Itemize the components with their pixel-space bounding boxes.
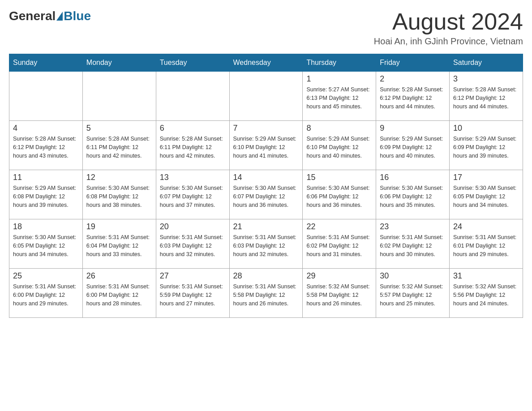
day-number: 21 xyxy=(233,222,299,231)
calendar-cell: 23Sunrise: 5:31 AM Sunset: 6:02 PM Dayli… xyxy=(376,219,450,269)
day-info: Sunrise: 5:31 AM Sunset: 6:03 PM Dayligh… xyxy=(233,233,299,258)
day-number: 19 xyxy=(86,222,152,231)
logo-triangle-icon xyxy=(56,12,63,21)
day-number: 23 xyxy=(380,222,446,231)
day-number: 10 xyxy=(453,124,519,133)
day-number: 3 xyxy=(453,74,519,84)
calendar-cell: 17Sunrise: 5:30 AM Sunset: 6:05 PM Dayli… xyxy=(450,170,523,219)
day-number: 2 xyxy=(380,74,446,84)
col-saturday: Saturday xyxy=(450,54,523,72)
logo: General Blue xyxy=(9,9,91,23)
day-number: 4 xyxy=(13,124,79,133)
col-friday: Friday xyxy=(376,54,450,72)
col-monday: Monday xyxy=(82,54,156,72)
day-info: Sunrise: 5:28 AM Sunset: 6:12 PM Dayligh… xyxy=(380,86,446,111)
calendar-cell: 8Sunrise: 5:29 AM Sunset: 6:10 PM Daylig… xyxy=(303,121,376,170)
calendar-week-row: 1Sunrise: 5:27 AM Sunset: 6:13 PM Daylig… xyxy=(9,72,523,121)
day-number: 29 xyxy=(306,271,372,281)
day-number: 28 xyxy=(233,271,299,281)
calendar-cell: 15Sunrise: 5:30 AM Sunset: 6:06 PM Dayli… xyxy=(303,170,376,219)
day-info: Sunrise: 5:29 AM Sunset: 6:09 PM Dayligh… xyxy=(453,135,519,160)
calendar-cell: 9Sunrise: 5:29 AM Sunset: 6:09 PM Daylig… xyxy=(376,121,450,170)
day-number: 8 xyxy=(306,124,372,133)
calendar-cell: 26Sunrise: 5:31 AM Sunset: 6:00 PM Dayli… xyxy=(82,269,156,318)
calendar-cell: 12Sunrise: 5:30 AM Sunset: 6:08 PM Dayli… xyxy=(82,170,156,219)
logo-general-text: General xyxy=(9,9,56,23)
calendar-table: Sunday Monday Tuesday Wednesday Thursday… xyxy=(9,54,523,318)
calendar-cell: 28Sunrise: 5:31 AM Sunset: 5:58 PM Dayli… xyxy=(229,269,303,318)
day-info: Sunrise: 5:30 AM Sunset: 6:08 PM Dayligh… xyxy=(86,184,152,209)
day-info: Sunrise: 5:31 AM Sunset: 6:01 PM Dayligh… xyxy=(453,233,519,258)
day-info: Sunrise: 5:31 AM Sunset: 6:00 PM Dayligh… xyxy=(13,283,79,308)
day-info: Sunrise: 5:28 AM Sunset: 6:11 PM Dayligh… xyxy=(160,135,226,160)
day-info: Sunrise: 5:32 AM Sunset: 5:57 PM Dayligh… xyxy=(380,283,446,308)
calendar-cell: 19Sunrise: 5:31 AM Sunset: 6:04 PM Dayli… xyxy=(82,219,156,269)
logo-blue-text: Blue xyxy=(64,9,91,23)
calendar-cell xyxy=(9,72,83,121)
day-info: Sunrise: 5:29 AM Sunset: 6:08 PM Dayligh… xyxy=(13,184,79,209)
day-number: 27 xyxy=(160,271,226,281)
day-info: Sunrise: 5:31 AM Sunset: 6:04 PM Dayligh… xyxy=(86,233,152,258)
day-number: 22 xyxy=(306,222,372,231)
calendar-cell: 21Sunrise: 5:31 AM Sunset: 6:03 PM Dayli… xyxy=(229,219,303,269)
page-header: General Blue August 2024 Hoai An, inh GJ… xyxy=(9,9,523,47)
calendar-cell: 3Sunrise: 5:28 AM Sunset: 6:12 PM Daylig… xyxy=(450,72,523,121)
calendar-cell: 18Sunrise: 5:30 AM Sunset: 6:05 PM Dayli… xyxy=(9,219,83,269)
day-number: 20 xyxy=(160,222,226,231)
day-info: Sunrise: 5:30 AM Sunset: 6:07 PM Dayligh… xyxy=(233,184,299,209)
calendar-cell: 24Sunrise: 5:31 AM Sunset: 6:01 PM Dayli… xyxy=(450,219,523,269)
col-wednesday: Wednesday xyxy=(229,54,303,72)
day-info: Sunrise: 5:30 AM Sunset: 6:06 PM Dayligh… xyxy=(380,184,446,209)
calendar-cell xyxy=(229,72,303,121)
day-number: 18 xyxy=(13,222,79,231)
day-info: Sunrise: 5:28 AM Sunset: 6:12 PM Dayligh… xyxy=(453,86,519,111)
day-number: 15 xyxy=(306,173,372,182)
day-number: 1 xyxy=(306,74,372,84)
day-info: Sunrise: 5:31 AM Sunset: 6:02 PM Dayligh… xyxy=(380,233,446,258)
day-info: Sunrise: 5:31 AM Sunset: 5:59 PM Dayligh… xyxy=(160,283,226,308)
day-number: 31 xyxy=(453,271,519,281)
calendar-cell: 2Sunrise: 5:28 AM Sunset: 6:12 PM Daylig… xyxy=(376,72,450,121)
day-number: 6 xyxy=(160,124,226,133)
day-number: 9 xyxy=(380,124,446,133)
day-info: Sunrise: 5:28 AM Sunset: 6:11 PM Dayligh… xyxy=(86,135,152,160)
day-number: 11 xyxy=(13,173,79,182)
calendar-cell: 13Sunrise: 5:30 AM Sunset: 6:07 PM Dayli… xyxy=(156,170,229,219)
day-info: Sunrise: 5:31 AM Sunset: 6:02 PM Dayligh… xyxy=(306,233,372,258)
day-number: 30 xyxy=(380,271,446,281)
calendar-cell: 30Sunrise: 5:32 AM Sunset: 5:57 PM Dayli… xyxy=(376,269,450,318)
col-thursday: Thursday xyxy=(303,54,376,72)
calendar-cell xyxy=(156,72,229,121)
day-info: Sunrise: 5:30 AM Sunset: 6:06 PM Dayligh… xyxy=(306,184,372,209)
calendar-week-row: 4Sunrise: 5:28 AM Sunset: 6:12 PM Daylig… xyxy=(9,121,523,170)
day-number: 14 xyxy=(233,173,299,182)
title-area: August 2024 Hoai An, inh GJinh Province,… xyxy=(374,9,523,47)
day-number: 7 xyxy=(233,124,299,133)
day-info: Sunrise: 5:32 AM Sunset: 5:58 PM Dayligh… xyxy=(306,283,372,308)
day-number: 26 xyxy=(86,271,152,281)
calendar-cell: 31Sunrise: 5:32 AM Sunset: 5:56 PM Dayli… xyxy=(450,269,523,318)
month-title: August 2024 xyxy=(374,9,523,34)
calendar-cell: 27Sunrise: 5:31 AM Sunset: 5:59 PM Dayli… xyxy=(156,269,229,318)
calendar-cell: 4Sunrise: 5:28 AM Sunset: 6:12 PM Daylig… xyxy=(9,121,83,170)
calendar-cell: 29Sunrise: 5:32 AM Sunset: 5:58 PM Dayli… xyxy=(303,269,376,318)
day-info: Sunrise: 5:30 AM Sunset: 6:05 PM Dayligh… xyxy=(453,184,519,209)
calendar-cell: 6Sunrise: 5:28 AM Sunset: 6:11 PM Daylig… xyxy=(156,121,229,170)
calendar-cell: 14Sunrise: 5:30 AM Sunset: 6:07 PM Dayli… xyxy=(229,170,303,219)
day-number: 13 xyxy=(160,173,226,182)
calendar-cell: 10Sunrise: 5:29 AM Sunset: 6:09 PM Dayli… xyxy=(450,121,523,170)
calendar-week-row: 18Sunrise: 5:30 AM Sunset: 6:05 PM Dayli… xyxy=(9,219,523,269)
calendar-cell: 20Sunrise: 5:31 AM Sunset: 6:03 PM Dayli… xyxy=(156,219,229,269)
day-info: Sunrise: 5:30 AM Sunset: 6:05 PM Dayligh… xyxy=(13,233,79,258)
calendar-cell: 1Sunrise: 5:27 AM Sunset: 6:13 PM Daylig… xyxy=(303,72,376,121)
day-number: 16 xyxy=(380,173,446,182)
day-number: 12 xyxy=(86,173,152,182)
calendar-week-row: 11Sunrise: 5:29 AM Sunset: 6:08 PM Dayli… xyxy=(9,170,523,219)
day-info: Sunrise: 5:30 AM Sunset: 6:07 PM Dayligh… xyxy=(160,184,226,209)
day-info: Sunrise: 5:31 AM Sunset: 5:58 PM Dayligh… xyxy=(233,283,299,308)
day-info: Sunrise: 5:29 AM Sunset: 6:10 PM Dayligh… xyxy=(233,135,299,160)
calendar-week-row: 25Sunrise: 5:31 AM Sunset: 6:00 PM Dayli… xyxy=(9,269,523,318)
calendar-cell xyxy=(82,72,156,121)
calendar-cell: 22Sunrise: 5:31 AM Sunset: 6:02 PM Dayli… xyxy=(303,219,376,269)
day-number: 5 xyxy=(86,124,152,133)
